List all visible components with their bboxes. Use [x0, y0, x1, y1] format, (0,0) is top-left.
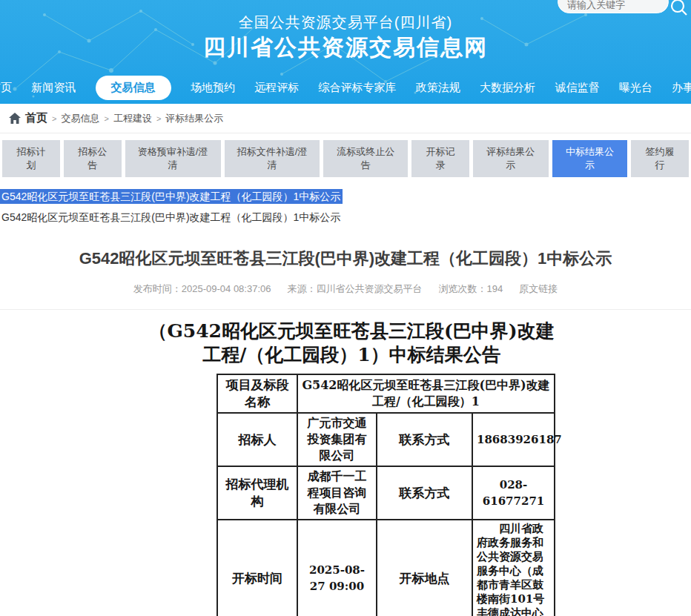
project-name-value: G542昭化区元坝至旺苍县三江段(巴中界)改建工程/（化工园段）1: [297, 374, 555, 413]
nav-item-services[interactable]: 办事服务: [672, 81, 691, 95]
site-title: 四川省公共资源交易信息网: [0, 33, 691, 63]
nav-item-exposure[interactable]: 曝光台: [619, 81, 652, 95]
breadcrumb-home[interactable]: 首页: [25, 111, 47, 125]
nav-item-expert-pool[interactable]: 综合评标专家库: [318, 81, 396, 95]
opening-place-value: 四川省政府政务服务和公共资源交易服务中心（成都市青羊区鼓楼南街101号丰德成达中…: [472, 520, 555, 616]
nav-item-trade-info[interactable]: 交易信息: [96, 76, 171, 100]
contact-value: 18683926187: [472, 413, 555, 466]
original-link[interactable]: 原文链接: [519, 282, 558, 296]
article-header: G542昭化区元坝至旺苍县三江段(巴中界)改建工程（化工园段）1中标公示 发布时…: [0, 248, 691, 310]
breadcrumb-evaluation-results[interactable]: 评标结果公示: [165, 112, 223, 125]
site-subtitle: 全国公共资源交易平台(四川省): [0, 13, 691, 33]
breadcrumb: 首页 > 交易信息 > 工程建设 > 评标结果公示: [0, 104, 691, 133]
article-meta: 发布时间：2025-09-04 08:37:06 来源：四川省公共资源交易平台 …: [0, 282, 691, 296]
breadcrumb-engineering[interactable]: 工程建设: [113, 112, 152, 125]
breadcrumb-separator: >: [104, 114, 108, 123]
tab-award-results[interactable]: 中标结果公示: [552, 140, 628, 177]
result-list: G542昭化区元坝至旺苍县三江段(巴中界)改建工程（化工园段）1中标公示 G54…: [0, 189, 691, 225]
opening-place-label: 开标地点: [377, 520, 472, 616]
search-box[interactable]: [558, 0, 669, 13]
contact-label: 联系方式: [377, 413, 472, 466]
source: 来源：四川省公共资源交易平台: [288, 282, 423, 296]
opening-time-value: 2025-08-27 09:00: [297, 520, 377, 616]
agency-value: 成都千一工程项目咨询有限公司: [297, 466, 377, 520]
tab-bid-document-addendum[interactable]: 招标文件补遗/澄清: [225, 140, 320, 177]
tenderer-label: 招标人: [217, 413, 297, 466]
nav-item-venue-booking[interactable]: 场地预约: [191, 81, 235, 95]
search-input[interactable]: [567, 0, 656, 11]
category-tabs: 招标计划 招标公告 资格预审补遗/澄清 招标文件补遗/澄清 流标或终止公告 开标…: [2, 140, 689, 177]
page: { "colors": { "header_blue": "#27a5e7", …: [0, 0, 691, 616]
view-count: 浏览次数：194: [439, 282, 503, 296]
list-item[interactable]: G542昭化区元坝至旺苍县三江段(巴中界)改建工程（化工园段）1中标公示: [0, 211, 691, 225]
table-row: 招标代理机构 成都千一工程项目咨询有限公司 联系方式 028-61677271: [217, 466, 555, 520]
table-row: 开标时间 2025-08-27 09:00 开标地点 四川省政府政务服务和公共资…: [217, 520, 555, 616]
nav-item-news[interactable]: 新闻资讯: [31, 81, 76, 95]
document-title: （G542昭化区元坝至旺苍县三江段(巴中界)改建工程/（化工园段）1）中标结果公…: [148, 319, 555, 367]
main-nav: 首页 新闻资讯 交易信息 场地预约 远程评标 综合评标专家库 政策法规 大数据分…: [0, 72, 691, 104]
breadcrumb-separator: >: [156, 114, 161, 123]
home-icon: [9, 113, 21, 124]
tenderer-value: 广元市交通投资集团有限公司: [297, 413, 377, 466]
nav-item-home[interactable]: 首页: [0, 81, 12, 95]
project-name-label: 项目及标段名称: [217, 374, 297, 413]
tab-failed-or-terminated[interactable]: 流标或终止公告: [323, 140, 408, 177]
tab-bidding-plan[interactable]: 招标计划: [2, 140, 60, 177]
agency-contact-label: 联系方式: [377, 466, 472, 520]
announcement-document: （G542昭化区元坝至旺苍县三江段(巴中界)改建工程/（化工园段）1）中标结果公…: [148, 319, 555, 616]
agency-label: 招标代理机构: [217, 466, 297, 520]
nav-item-integrity[interactable]: 诚信监督: [555, 81, 599, 95]
table-row: 招标人 广元市交通投资集团有限公司 联系方式 18683926187: [217, 413, 555, 466]
opening-time-label: 开标时间: [217, 520, 297, 616]
nav-item-big-data[interactable]: 大数据分析: [480, 81, 535, 95]
breadcrumb-trade-info[interactable]: 交易信息: [61, 112, 99, 125]
award-result-table: 项目及标段名称 G542昭化区元坝至旺苍县三江段(巴中界)改建工程/（化工园段）…: [216, 374, 555, 616]
publish-time: 发布时间：2025-09-04 08:37:06: [133, 282, 271, 296]
tab-evaluation-results[interactable]: 评标结果公示: [473, 140, 549, 177]
list-item-selected[interactable]: G542昭化区元坝至旺苍县三江段(巴中界)改建工程（化工园段）1中标公示: [0, 189, 343, 204]
tab-prequalification-addendum[interactable]: 资格预审补遗/澄清: [125, 140, 221, 177]
page-title: G542昭化区元坝至旺苍县三江段(巴中界)改建工程（化工园段）1中标公示: [0, 248, 691, 270]
tab-bidding-announcement[interactable]: 招标公告: [64, 140, 122, 177]
nav-item-policies[interactable]: 政策法规: [416, 81, 460, 95]
site-header: 全国公共资源交易平台(四川省) 四川省公共资源交易信息网 首页 新闻资讯 交易信…: [0, 0, 691, 104]
agency-contact-value: 028-61677271: [472, 466, 555, 520]
breadcrumb-separator: >: [52, 114, 56, 123]
nav-item-remote-evaluation[interactable]: 远程评标: [254, 81, 299, 95]
table-row: 项目及标段名称 G542昭化区元坝至旺苍县三江段(巴中界)改建工程/（化工园段）…: [217, 374, 555, 413]
tab-bid-opening-record[interactable]: 开标记录: [411, 140, 469, 177]
tab-contract-performance[interactable]: 签约履行: [631, 140, 689, 177]
